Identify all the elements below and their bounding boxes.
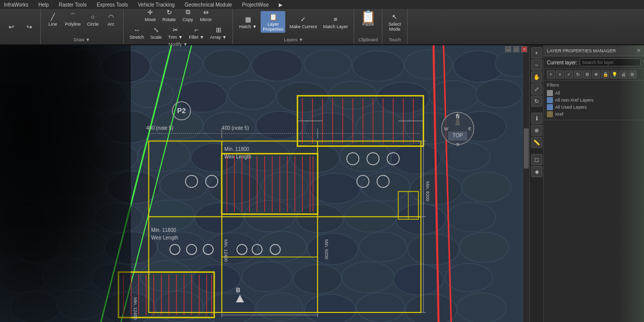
toolbar-draw: ╱Line ⌒Polyline ○Circle ◠Arc Draw ▼ [41,9,124,44]
layer-panel-title: LAYER PROPERTIES MANAGER [547,48,616,53]
scale-button[interactable]: ⤡Scale [148,24,164,41]
svg-point-6 [252,50,302,81]
close-button[interactable]: ✕ [521,46,527,52]
menu-vehicle-tracking[interactable]: Vehicle Tracking [136,2,177,8]
pan-button[interactable]: ✋ [531,71,542,83]
layer-panel-close-button[interactable]: ✕ [636,47,641,54]
filter-used-icon [547,104,553,110]
svg-point-67 [206,233,258,264]
line-button[interactable]: ╱Line [45,11,61,28]
zoom-in-button[interactable]: + [531,47,542,58]
menu-projectwise[interactable]: ProjectWise [240,2,271,8]
properties-button[interactable]: ℹ [531,113,542,124]
svg-point-57 [195,203,244,233]
filter-non-xref[interactable]: All non-Xref Layers [547,97,641,104]
svg-text:E: E [468,126,471,131]
zoom-extents-button[interactable]: ⤢ [531,84,542,95]
svg-point-59 [297,205,343,233]
layer-settings-button[interactable]: ⚙ [583,70,591,78]
filter-all[interactable]: All [547,90,641,97]
current-layer-label: Current layer: [547,60,578,65]
toolbar: ↩ ↪ ╱Line ⌒Polyline ○Circle ◠Arc Draw ▼ … [0,9,644,45]
cad-vertical-scrollbar[interactable] [523,45,529,322]
layer-search-area: Current layer: 🔍 [544,56,644,69]
svg-point-70 [359,232,407,262]
polyline-button[interactable]: ⌒Polyline [63,11,83,28]
svg-point-69 [307,233,358,265]
svg-point-28 [256,111,303,139]
svg-text:400 (note 5): 400 (note 5) [222,125,249,131]
menu-infraworks[interactable]: InfraWorks [2,2,30,8]
svg-point-78 [242,262,292,292]
maximize-button[interactable]: □ [513,46,519,52]
layer-new-button[interactable]: + [547,70,555,78]
svg-point-92 [457,293,506,322]
svg-point-5 [204,50,250,77]
draw-label: Draw ▼ [74,37,90,42]
arc-button[interactable]: ◠Arc [103,11,119,28]
svg-text:Min. 12400: Min. 12400 [133,297,138,320]
toolbar-touch: ↖SelectMode Touch [382,9,408,44]
touch-label: Touch [389,37,401,42]
svg-point-7 [304,50,351,78]
svg-point-8 [352,51,404,81]
array-button[interactable]: ⊞Array ▼ [208,24,229,41]
viewcube-button[interactable]: ◻ [531,154,542,165]
snap-button[interactable]: ⊕ [531,125,542,136]
svg-point-39 [291,143,339,173]
svg-point-17 [228,80,276,109]
circle-button[interactable]: ○Circle [85,11,101,28]
make-current-button[interactable]: ✓Make Current [287,14,319,30]
layer-search-input[interactable] [580,58,641,66]
layer-properties-button[interactable]: 📋LayerProperties [261,11,285,33]
side-toolbar: + − ✋ ⤢ ↻ ℹ ⊕ 📏 ◻ ◈ [529,45,543,322]
layer-current-button[interactable]: ✓ [565,70,573,78]
layer-freeze-button[interactable]: ❄ [592,70,600,78]
svg-text:Min. 12400: Min. 12400 [223,239,228,262]
cad-canvas[interactable]: — □ ✕ [0,45,644,322]
filter-xref-icon [547,111,553,117]
layer-lock-button[interactable]: 🔒 [601,70,609,78]
filter-xref[interactable]: Xref [547,111,641,118]
orbit-button[interactable]: ↻ [531,96,542,107]
filters-label: Filters [547,83,641,88]
stretch-button[interactable]: ↔Stretch [128,24,146,41]
layer-on-button[interactable]: 💡 [610,70,618,78]
layer-delete-button[interactable]: × [556,70,564,78]
undo-button[interactable]: ↩ [3,21,19,32]
measure-button[interactable]: 📏 [531,137,542,148]
layer-merge-button[interactable]: ⊞ [628,70,636,78]
person-silhouette [0,45,131,322]
hatch-button[interactable]: ▦Hatch ▼ [237,14,259,30]
minimize-button[interactable]: — [505,46,511,52]
paste-button[interactable]: 📋Paste [360,11,376,28]
svg-point-71 [408,234,459,265]
navcube-button[interactable]: ◈ [531,166,542,177]
trim-button[interactable]: ✂Trim ▼ [166,24,185,41]
toolbar-modify: ✛Move ↻Rotate ⧉Copy ⇔Mirror ↔Stretch ⤡Sc… [124,9,233,44]
fillet-button[interactable]: ⌐Fillet ▼ [187,24,206,41]
svg-text:S: S [456,142,459,147]
svg-text:Min. 8200: Min. 8200 [425,182,430,202]
menu-raster-tools[interactable]: Raster Tools [57,2,89,8]
svg-point-15 [128,80,174,108]
redo-button[interactable]: ↪ [21,21,37,32]
zoom-out-button[interactable]: − [531,59,542,70]
svg-point-52 [462,172,511,202]
filter-used[interactable]: All Used Layers [547,104,641,111]
filter-all-label: All [555,91,560,96]
toolbar-clipboard: 📋Paste Clipboard [354,9,382,44]
select-mode-button[interactable]: ↖SelectMode [386,11,403,33]
match-layer-button[interactable]: ≡Match Layer [321,14,350,30]
menu-express-tools[interactable]: Express Tools [95,2,130,8]
menu-more[interactable]: ▶ [277,2,285,8]
menu-geotechnical[interactable]: Geotechnical Module [183,2,234,8]
layer-properties-panel: LAYER PROPERTIES MANAGER ✕ Current layer… [543,45,644,322]
menu-help[interactable]: Help [36,2,51,8]
scrollbar-thumb[interactable] [524,128,529,169]
layers-label: Layers ▼ [284,37,303,42]
svg-text:Min. 6200: Min. 6200 [324,239,329,260]
filter-xref-label: Xref [555,112,564,117]
layer-refresh-button[interactable]: ↻ [574,70,582,78]
layer-plot-button[interactable]: 🖨 [619,70,627,78]
